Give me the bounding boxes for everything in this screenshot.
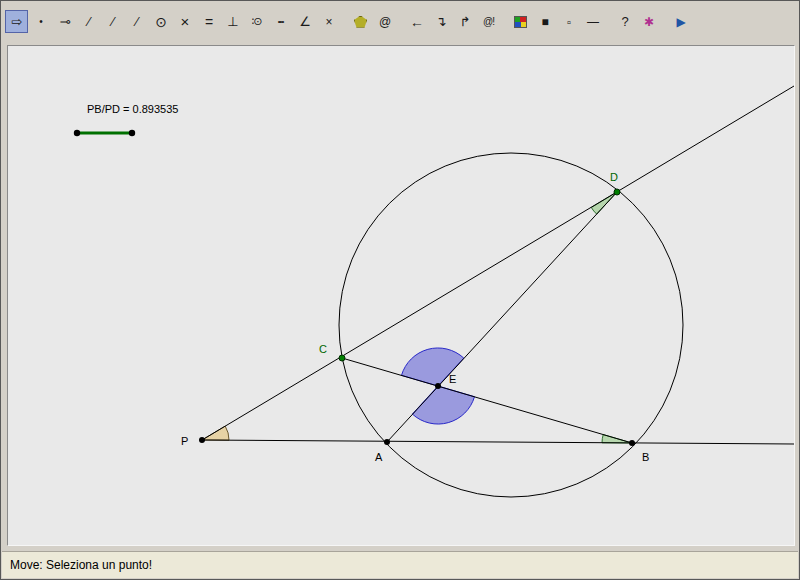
color-picker[interactable] [509,10,532,33]
segment-C-B[interactable] [342,358,632,443]
animate-tool[interactable]: @! [477,10,500,33]
edit-object-tool[interactable]: ↱ [453,10,476,33]
slider-endpoint-1[interactable] [74,130,80,136]
point-tool[interactable]: • [29,10,52,33]
perpendicular-tool[interactable]: ⊥ [221,10,244,33]
ray-P-D[interactable] [202,86,794,440]
point-P[interactable] [199,437,205,443]
help-button[interactable]: ? [613,10,636,33]
point-label-E: E [449,373,456,385]
palette-icon [514,16,527,28]
point-label-D: D [610,171,618,183]
intersection-tool[interactable]: × [173,10,196,33]
parallel-tool[interactable]: = [197,10,220,33]
point-D[interactable] [614,189,620,195]
line-tool[interactable]: ∕ [77,10,100,33]
measurement-text: PB/PD = 0.893535 [87,103,178,115]
toolbar: ⇨•⊸∕∕∕⊙×=⊥∶⊙•••∠×@←↴↱@!■▫—?✱▶ [1,1,799,39]
point-size-button[interactable]: ▫ [557,10,580,33]
fixed-segment-tool[interactable]: ∕ [125,10,148,33]
run-button[interactable]: ▶ [669,10,692,33]
move-tool[interactable]: ⇨ [5,10,28,33]
point-A[interactable] [384,439,390,445]
drawing-canvas[interactable]: PABCDEPB/PD = 0.893535 [7,45,795,546]
color-black-button[interactable]: ■ [533,10,556,33]
midpoint-tool[interactable]: ••• [269,10,292,33]
point-C[interactable] [339,355,345,361]
status-bar: Move: Seleziona un punto! [2,551,798,578]
ray-tool[interactable]: ∕ [101,10,124,33]
line-width-button[interactable]: — [581,10,604,33]
point-label-A: A [375,451,383,463]
expression-tool[interactable]: @ [373,10,396,33]
circle-tool[interactable]: ⊙ [149,10,172,33]
point-label-C: C [319,343,327,355]
move-point-tool[interactable]: × [317,10,340,33]
fixed-circle-tool[interactable]: ∶⊙ [245,10,268,33]
point-label-B: B [642,451,649,463]
point-B[interactable] [629,440,635,446]
slider-endpoint-2[interactable] [129,130,135,136]
point-label-P: P [181,435,188,447]
angle-E-lower[interactable] [412,386,474,424]
status-text: Move: Seleziona un punto! [10,558,152,572]
point-E[interactable] [435,383,441,389]
angle-D[interactable] [591,192,617,214]
hide-object-tool[interactable]: ↴ [429,10,452,33]
polygon-tool[interactable] [349,10,372,33]
drawing: PABCDEPB/PD = 0.893535 [8,46,796,547]
macro-tool[interactable]: ✱ [637,10,660,33]
undo-button[interactable]: ← [405,10,428,33]
angle-tool[interactable]: ∠ [293,10,316,33]
polygon-icon [354,16,367,28]
segment-tool[interactable]: ⊸ [53,10,76,33]
ray-P-B[interactable] [202,440,794,444]
app-window: ⇨•⊸∕∕∕⊙×=⊥∶⊙•••∠×@←↴↱@!■▫—?✱▶ PABCDEPB/P… [0,0,800,580]
